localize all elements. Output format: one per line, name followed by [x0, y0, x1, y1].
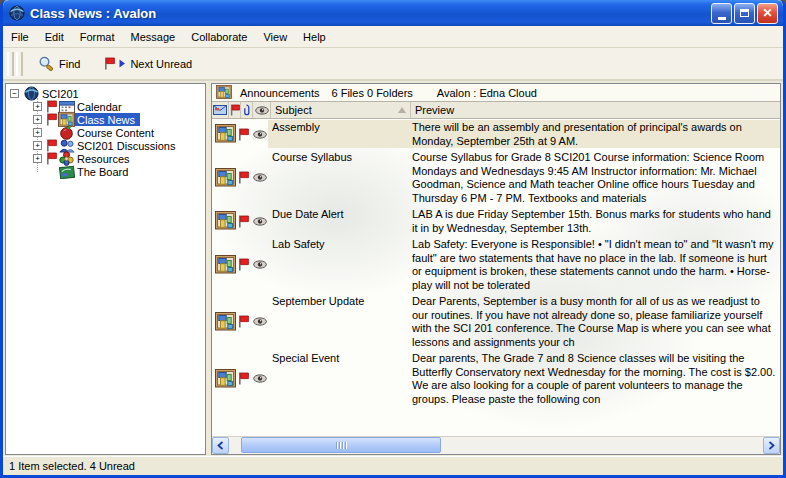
menu-message[interactable]: Message	[123, 28, 184, 46]
message-row[interactable]: September UpdateDear Parents, September …	[212, 293, 780, 350]
expand-icon[interactable]	[33, 167, 42, 176]
window-title: Class News : Avalon	[30, 6, 709, 21]
panel-location: Avalon : Edna Cloud	[437, 87, 537, 99]
message-viewed-cell	[252, 237, 268, 292]
message-viewed-cell	[252, 294, 268, 349]
tree-item-label: The Board	[75, 166, 130, 178]
column-envelope[interactable]	[212, 102, 229, 118]
menu-edit[interactable]: Edit	[37, 28, 72, 46]
column-attachment[interactable]	[241, 102, 253, 118]
expand-icon[interactable]: +	[33, 102, 42, 111]
message-subject: Assembly	[268, 120, 408, 148]
column-subject[interactable]: Subject	[271, 102, 411, 118]
message-preview: LAB A is due Friday September 15th. Bonu…	[408, 207, 780, 235]
message-preview: Dear parents, The Grade 7 and 8 Science …	[408, 351, 780, 406]
close-icon: ✕	[762, 7, 772, 19]
message-panel: Announcements 6 Files 0 Folders Avalon :…	[211, 83, 781, 455]
message-list: AssemblyThere will be an assembly and pr…	[212, 119, 780, 436]
tree-root-sci201[interactable]: − SCI201	[6, 87, 205, 100]
message-row[interactable]: Lab SafetyLab Safety: Everyone is Respon…	[212, 236, 780, 293]
column-viewed[interactable]	[253, 102, 271, 118]
sort-ascending-icon	[398, 107, 406, 113]
flag-icon	[46, 152, 57, 165]
tree-children: +Calendar+Class News+Course Content+SCI2…	[6, 100, 205, 178]
message-flag-cell	[238, 237, 252, 292]
collapse-icon[interactable]: −	[10, 89, 19, 98]
message-icon-cell	[212, 237, 238, 292]
magnifier-icon	[38, 56, 55, 72]
paperclip-icon	[242, 104, 251, 117]
find-button[interactable]: Find	[33, 53, 85, 75]
app-window: Class News : Avalon ✕ File Edit Format M…	[0, 0, 786, 478]
message-icon-cell	[212, 150, 238, 205]
bulletin-board-icon	[215, 369, 236, 389]
bulletin-board-icon	[215, 312, 236, 332]
expand-icon[interactable]: +	[33, 128, 42, 137]
next-unread-button-label: Next Unread	[130, 58, 192, 70]
minimize-icon	[718, 17, 726, 20]
message-viewed-cell	[252, 120, 268, 148]
message-row[interactable]: Special EventDear parents, The Grade 7 a…	[212, 350, 780, 407]
eye-icon	[253, 217, 267, 226]
next-unread-button[interactable]: Next Unread	[99, 54, 197, 73]
menu-collaborate[interactable]: Collaborate	[183, 28, 255, 46]
tree-item-course-content[interactable]: +Course Content	[6, 126, 205, 139]
expand-icon[interactable]: +	[33, 115, 42, 124]
expand-icon[interactable]: +	[33, 141, 42, 150]
message-icon-cell	[212, 207, 238, 235]
tree-item-resources[interactable]: +Resources	[6, 152, 205, 165]
flag-icon	[238, 372, 249, 385]
menu-file[interactable]: File	[3, 28, 37, 46]
statusbar: 1 Item selected. 4 Unread	[3, 456, 783, 475]
menu-help[interactable]: Help	[295, 28, 334, 46]
maximize-button[interactable]	[734, 3, 755, 24]
message-subject: Due Date Alert	[268, 207, 408, 235]
close-button[interactable]: ✕	[757, 3, 778, 24]
status-text: 1 Item selected. 4 Unread	[9, 460, 135, 472]
unread-flag-slot	[44, 139, 58, 152]
message-row[interactable]: Course SyllabusCourse Syllabus for Grade…	[212, 149, 780, 206]
toolbar-grip-2[interactable]	[16, 52, 23, 76]
eye-icon	[253, 173, 267, 182]
flag-icon	[238, 128, 249, 141]
bulletin-board-icon	[215, 168, 236, 188]
scrollbar-track[interactable]	[229, 437, 763, 454]
tree-item-label: SCI201 Discussions	[75, 140, 177, 152]
column-preview[interactable]: Preview	[411, 102, 780, 118]
tree-item-class-news[interactable]: +Class News	[6, 113, 205, 126]
toolbar-grip[interactable]	[7, 52, 14, 76]
tree-item-the-board[interactable]: The Board	[6, 165, 205, 178]
message-preview: Dear Parents, September is a busy month …	[408, 294, 780, 349]
flag-icon	[238, 171, 249, 184]
conference-tree: − SCI201 +Calendar+Class News+Course Con…	[5, 83, 206, 455]
tree-item-calendar[interactable]: +Calendar	[6, 100, 205, 113]
bulletin-board-icon	[215, 211, 236, 231]
message-preview: There will be an assembly and presentati…	[408, 120, 780, 148]
tree-item-sci201-discussions[interactable]: +SCI201 Discussions	[6, 139, 205, 152]
expand-icon[interactable]: +	[33, 154, 42, 163]
minimize-button[interactable]	[711, 3, 732, 24]
file-folder-counts: 6 Files 0 Folders	[332, 87, 413, 99]
preview-column-label: Preview	[415, 104, 454, 116]
unread-flag-icon	[104, 57, 115, 70]
message-row[interactable]: AssemblyThere will be an assembly and pr…	[212, 119, 780, 149]
message-flag-cell	[238, 207, 252, 235]
column-flag[interactable]	[229, 102, 241, 118]
menu-format[interactable]: Format	[72, 28, 123, 46]
chevron-left-icon	[217, 441, 224, 450]
tree-item-label: Course Content	[75, 127, 156, 139]
scroll-left-button[interactable]	[212, 437, 229, 454]
message-flag-cell	[238, 120, 252, 148]
envelope-icon	[213, 105, 227, 115]
message-flag-cell	[238, 351, 252, 406]
message-preview: Lab Safety: Everyone is Responsible! • "…	[408, 237, 780, 292]
scrollbar-thumb[interactable]	[241, 437, 441, 453]
eye-icon	[253, 260, 267, 269]
bulletin-board-icon	[215, 255, 236, 275]
menu-view[interactable]: View	[255, 28, 295, 46]
horizontal-scrollbar[interactable]	[212, 436, 780, 454]
message-row[interactable]: Due Date AlertLAB A is due Friday Septem…	[212, 206, 780, 236]
tree-item-label: Calendar	[75, 101, 124, 113]
scroll-right-button[interactable]	[763, 437, 780, 454]
message-icon-cell	[212, 120, 238, 148]
